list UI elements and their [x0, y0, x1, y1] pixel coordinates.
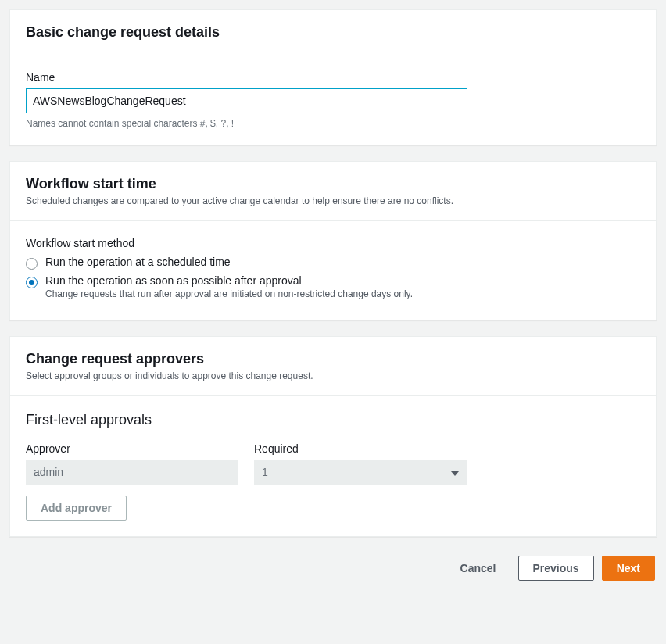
- required-label: Required: [254, 442, 467, 455]
- radio-icon: [26, 258, 38, 270]
- workflow-subtitle: Scheduled changes are compared to your a…: [26, 195, 640, 206]
- radio-icon: [26, 277, 38, 288]
- workflow-header: Workflow start time Scheduled changes ar…: [10, 162, 656, 221]
- basic-details-title: Basic change request details: [26, 24, 640, 41]
- workflow-title: Workflow start time: [26, 176, 640, 192]
- approvers-title: Change request approvers: [26, 351, 640, 367]
- workflow-panel: Workflow start time Scheduled changes ar…: [9, 161, 657, 320]
- add-approver-button[interactable]: Add approver: [26, 496, 127, 521]
- radio-scheduled-time[interactable]: Run the operation at a scheduled time: [26, 256, 640, 270]
- previous-button[interactable]: Previous: [518, 556, 594, 581]
- first-level-approvals-title: First-level approvals: [26, 412, 640, 428]
- radio-label-asap: Run the operation as soon as possible af…: [45, 274, 413, 287]
- approver-value: admin: [26, 460, 238, 485]
- basic-details-panel: Basic change request details Name Names …: [9, 9, 657, 145]
- approvers-subtitle: Select approval groups or individuals to…: [26, 370, 640, 381]
- name-input[interactable]: [26, 88, 467, 113]
- name-helper-text: Names cannot contain special characters …: [26, 118, 640, 129]
- approvers-panel: Change request approvers Select approval…: [9, 336, 657, 537]
- required-select[interactable]: 1: [254, 460, 467, 485]
- workflow-method-label: Workflow start method: [26, 237, 640, 249]
- radio-asap[interactable]: Run the operation as soon as possible af…: [26, 274, 640, 299]
- caret-down-icon: [451, 466, 459, 478]
- approver-value-text: admin: [34, 466, 63, 478]
- approvers-header: Change request approvers Select approval…: [10, 337, 656, 396]
- action-row: Cancel Previous Next: [9, 553, 657, 593]
- next-button[interactable]: Next: [602, 556, 655, 581]
- basic-details-header: Basic change request details: [10, 10, 656, 55]
- approver-label: Approver: [26, 442, 238, 455]
- radio-desc-asap: Change requests that run after approval …: [45, 288, 413, 299]
- name-label: Name: [26, 71, 640, 84]
- radio-label-scheduled: Run the operation at a scheduled time: [45, 256, 231, 268]
- cancel-button[interactable]: Cancel: [446, 556, 510, 581]
- required-value-text: 1: [262, 466, 268, 478]
